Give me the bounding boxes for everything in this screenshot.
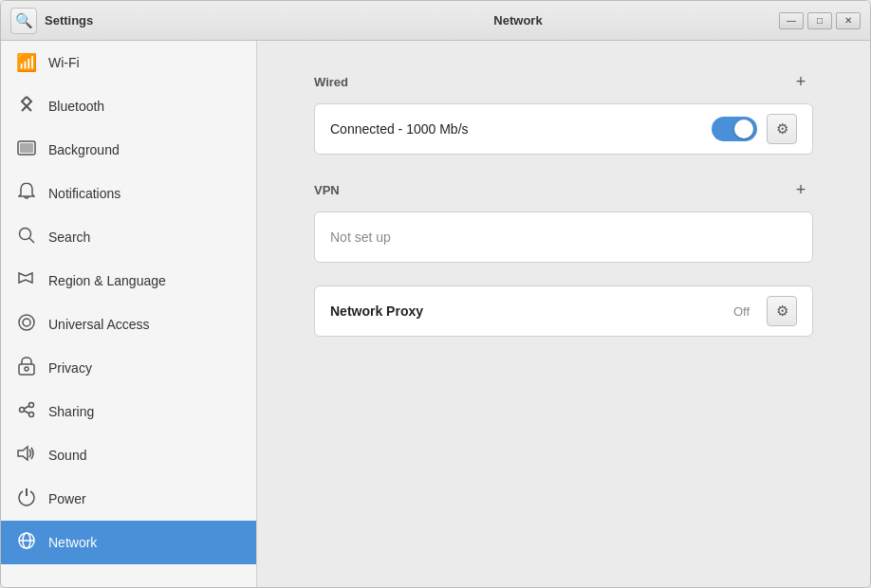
titlebar-left: 🔍 Settings (1, 8, 257, 34)
power-icon (16, 487, 37, 511)
notifications-icon (16, 182, 37, 206)
sidebar-item-background[interactable]: Background (1, 128, 256, 172)
vpn-add-icon: + (796, 180, 806, 200)
background-icon (16, 140, 37, 160)
search-sidebar-icon (16, 227, 37, 248)
window-controls: — □ ✕ (779, 12, 870, 29)
vpn-card: Not set up (314, 211, 813, 263)
sidebar-item-notifications[interactable]: Notifications (1, 172, 256, 215)
vpn-section-title: VPN (314, 183, 340, 197)
wired-connection-row: Connected - 1000 Mb/s ⚙ (315, 104, 812, 154)
proxy-gear-icon: ⚙ (776, 303, 788, 320)
wired-toggle-thumb (734, 119, 753, 138)
sidebar-item-universal-access[interactable]: Universal Access (1, 303, 256, 346)
wired-section-header: Wired + (314, 69, 813, 94)
svg-line-12 (24, 406, 28, 409)
svg-rect-1 (20, 143, 33, 153)
titlebar: 🔍 Settings Network — □ ✕ (1, 1, 870, 41)
svg-point-11 (29, 412, 34, 416)
search-button[interactable]: 🔍 (10, 8, 37, 34)
sidebar-item-network[interactable]: Network (1, 521, 256, 564)
proxy-gear-button[interactable]: ⚙ (767, 296, 797, 326)
sidebar-label-search: Search (48, 230, 90, 245)
sidebar-label-background: Background (48, 142, 120, 157)
settings-title: Settings (45, 13, 93, 28)
search-icon: 🔍 (15, 12, 33, 29)
svg-line-13 (24, 411, 28, 413)
sidebar-item-sound[interactable]: Sound (1, 433, 256, 477)
content-area: Wired + Connected - 1000 Mb/s (257, 41, 870, 587)
svg-point-6 (23, 319, 30, 326)
proxy-status: Off (733, 304, 750, 319)
sidebar-label-network: Network (48, 535, 97, 550)
svg-point-10 (20, 407, 25, 412)
sidebar-label-sharing: Sharing (48, 404, 94, 419)
sidebar-label-power: Power (48, 491, 86, 506)
sidebar-label-universal-access: Universal Access (48, 317, 150, 332)
close-button[interactable]: ✕ (836, 12, 861, 29)
sidebar-label-sound: Sound (48, 448, 86, 463)
wired-toggle-track (712, 117, 757, 141)
close-icon: ✕ (844, 15, 852, 26)
universal-access-icon (16, 314, 37, 336)
wired-toggle[interactable] (712, 117, 757, 141)
proxy-card: Network Proxy Off ⚙ (314, 285, 813, 337)
privacy-icon (16, 357, 37, 380)
bluetooth-icon (16, 95, 37, 119)
wifi-icon: 📶 (16, 52, 37, 73)
sidebar-item-wifi[interactable]: 📶 Wi-Fi (1, 41, 256, 84)
sidebar-label-privacy: Privacy (48, 360, 92, 376)
network-icon (16, 531, 37, 555)
proxy-section: Network Proxy Off ⚙ (314, 285, 813, 337)
sidebar-item-search[interactable]: Search (1, 215, 256, 259)
svg-line-3 (29, 238, 34, 243)
minimize-button[interactable]: — (779, 12, 804, 29)
sidebar-label-bluetooth: Bluetooth (48, 99, 104, 114)
settings-window: 🔍 Settings Network — □ ✕ 📶 Wi-Fi (0, 0, 871, 588)
wired-add-button[interactable]: + (788, 69, 813, 94)
vpn-section-header: VPN + (314, 177, 813, 202)
svg-point-8 (25, 367, 28, 371)
maximize-button[interactable]: □ (807, 12, 832, 29)
page-title: Network (493, 13, 542, 28)
region-language-icon (16, 270, 37, 292)
wired-section-title: Wired (314, 75, 348, 89)
svg-marker-14 (18, 447, 28, 460)
sidebar-item-privacy[interactable]: Privacy (1, 346, 256, 390)
vpn-empty-label: Not set up (315, 212, 812, 262)
svg-rect-7 (19, 364, 34, 375)
titlebar-center: Network (257, 13, 779, 28)
proxy-label: Network Proxy (330, 303, 733, 319)
sidebar-label-notifications: Notifications (48, 186, 120, 201)
sidebar-item-power[interactable]: Power (1, 477, 256, 521)
wired-gear-icon: ⚙ (776, 120, 788, 138)
sidebar: 📶 Wi-Fi Bluetooth Backgrou (1, 41, 257, 587)
wired-gear-button[interactable]: ⚙ (767, 114, 797, 144)
sidebar-label-wifi: Wi-Fi (48, 55, 80, 70)
sharing-icon (16, 401, 37, 423)
wired-connection-label: Connected - 1000 Mb/s (330, 121, 712, 137)
maximize-icon: □ (817, 15, 823, 26)
wired-add-icon: + (796, 72, 806, 92)
svg-point-5 (19, 315, 34, 330)
sidebar-item-sharing[interactable]: Sharing (1, 390, 256, 433)
sidebar-label-region-language: Region & Language (48, 273, 166, 288)
minimize-icon: — (787, 15, 796, 26)
svg-point-9 (29, 402, 34, 407)
wired-card: Connected - 1000 Mb/s ⚙ (314, 103, 813, 155)
vpn-add-button[interactable]: + (788, 177, 813, 202)
wired-section: Wired + Connected - 1000 Mb/s (314, 69, 813, 155)
main-container: 📶 Wi-Fi Bluetooth Backgrou (1, 41, 870, 587)
proxy-row[interactable]: Network Proxy Off ⚙ (315, 286, 812, 336)
svg-marker-4 (19, 273, 32, 283)
svg-point-2 (20, 228, 31, 239)
sidebar-item-bluetooth[interactable]: Bluetooth (1, 84, 256, 128)
sound-icon (16, 445, 37, 467)
vpn-section: VPN + Not set up (314, 177, 813, 263)
sidebar-item-region-language[interactable]: Region & Language (1, 259, 256, 303)
